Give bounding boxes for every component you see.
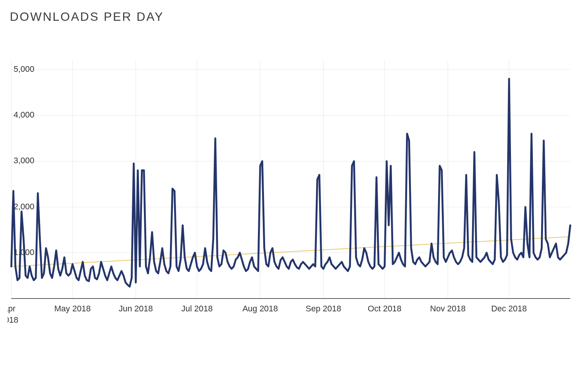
svg-text:May 2018: May 2018 [54, 304, 91, 313]
chart-plot-area: 1,0002,0003,0004,0005,000Apr2018May 2018… [8, 57, 574, 329]
svg-text:Sep 2018: Sep 2018 [306, 304, 341, 313]
svg-text:Apr: Apr [8, 304, 15, 313]
svg-text:Jul 2018: Jul 2018 [181, 304, 213, 313]
svg-text:2,000: 2,000 [14, 202, 34, 211]
chart-panel: DOWNLOADS PER DAY 1,0002,0003,0004,0005,… [0, 0, 588, 379]
svg-text:4,000: 4,000 [14, 110, 34, 119]
svg-text:Oct 2018: Oct 2018 [368, 304, 401, 313]
svg-text:Aug 2018: Aug 2018 [242, 304, 278, 313]
svg-text:2018: 2018 [8, 315, 18, 325]
chart-title: DOWNLOADS PER DAY [10, 10, 577, 24]
line-chart-svg: 1,0002,0003,0004,0005,000Apr2018May 2018… [8, 57, 574, 367]
svg-text:1,000: 1,000 [14, 248, 34, 257]
svg-text:3,000: 3,000 [14, 156, 34, 165]
svg-text:Jun 2018: Jun 2018 [119, 304, 153, 313]
svg-text:Nov 2018: Nov 2018 [430, 304, 466, 313]
svg-text:5,000: 5,000 [14, 64, 34, 74]
svg-text:Dec 2018: Dec 2018 [491, 304, 527, 313]
